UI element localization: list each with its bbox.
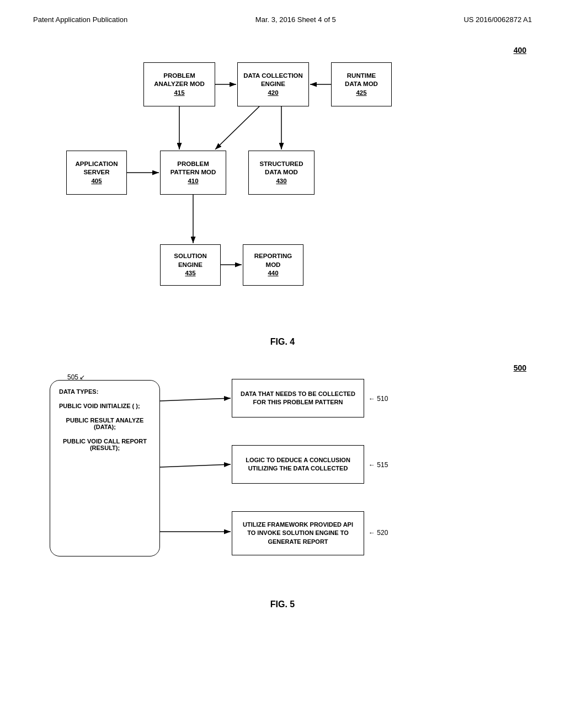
fig5-left-box: DATA TYPES: PUBLIC VOID INITIALIZE ( ); … — [50, 380, 160, 556]
fig4-diagram: 400 PROBLEM ANALYZER MOD 415 DATA COLLEC… — [33, 46, 532, 333]
left-box-row3: PUBLIC RESULT ANALYZE (DATA); — [59, 417, 151, 430]
fig5-510-label: ← 510 — [369, 395, 388, 403]
left-box-row1: DATA TYPES: — [59, 388, 151, 395]
structured-data-box: STRUCTURED DATA MOD 430 — [248, 151, 315, 195]
header-left: Patent Application Publication — [33, 15, 127, 24]
runtime-data-box: RUNTIME DATA MOD 425 — [331, 62, 392, 106]
fig5-box510: DATA THAT NEEDS TO BE COLLECTED FOR THIS… — [232, 379, 364, 417]
solution-engine-box: SOLUTION ENGINE 435 — [160, 244, 221, 286]
header-right: US 2016/0062872 A1 — [463, 15, 532, 24]
fig5-diagram: 500 505 ↙ DATA TYPES: PUBLIC VOID INITIA… — [33, 363, 532, 595]
fig4-ref-num: 400 — [514, 46, 526, 55]
header-middle: Mar. 3, 2016 Sheet 4 of 5 — [255, 15, 336, 24]
app-server-box: APPLICATION SERVER 405 — [66, 151, 127, 195]
svg-line-10 — [160, 398, 231, 401]
fig5-box520: UTILIZE FRAMEWORK PROVIDED API TO INVOKE… — [232, 511, 364, 555]
svg-line-11 — [160, 464, 231, 467]
problem-pattern-box: PROBLEM PATTERN MOD 410 — [160, 151, 226, 195]
fig5-box515: LOGIC TO DEDUCE A CONCLUSION UTILIZING T… — [232, 445, 364, 484]
fig5-label: FIG. 5 — [33, 599, 532, 609]
reporting-mod-box: REPORTING MOD 440 — [243, 244, 303, 286]
left-box-row4: PUBLIC VOID CALL REPORT (RESULT); — [59, 438, 151, 451]
fig5-515-label: ← 515 — [369, 461, 388, 469]
problem-analyzer-box: PROBLEM ANALYZER MOD 415 — [143, 62, 215, 106]
patent-header: Patent Application Publication Mar. 3, 2… — [0, 0, 565, 29]
fig5-520-label: ← 520 — [369, 529, 388, 537]
fig4-label: FIG. 4 — [33, 337, 532, 347]
data-collection-box: DATA COLLECTION ENGINE 420 — [237, 62, 309, 106]
content-area: 400 PROBLEM ANALYZER MOD 415 DATA COLLEC… — [0, 29, 565, 631]
left-box-row2: PUBLIC VOID INITIALIZE ( ); — [59, 403, 151, 409]
fig5-ref-num: 500 — [514, 363, 526, 372]
svg-line-4 — [215, 106, 259, 149]
